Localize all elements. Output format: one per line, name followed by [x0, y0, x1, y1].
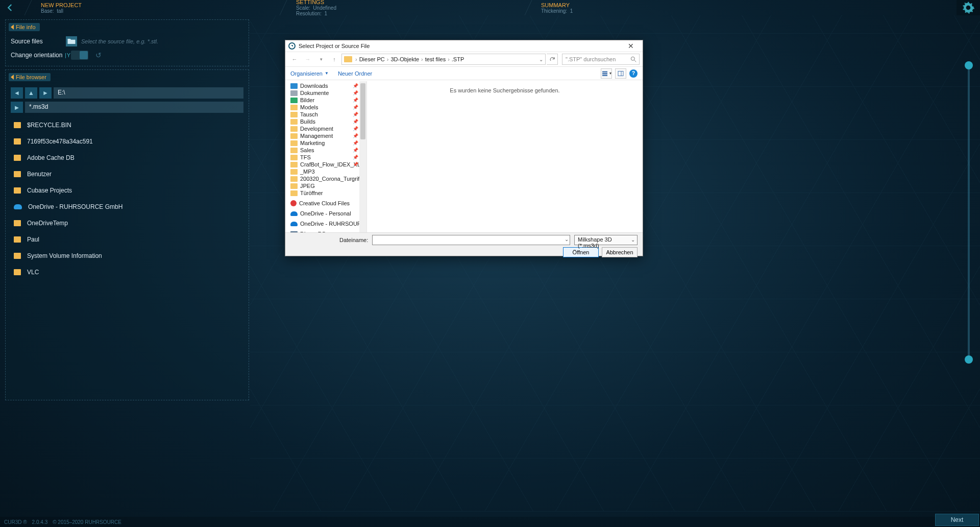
list-item[interactable]: Adobe Cache DB: [11, 150, 243, 166]
dialog-search-input[interactable]: ".STP" durchsuchen: [562, 54, 640, 65]
orientation-toggle[interactable]: [71, 51, 88, 60]
refresh-button[interactable]: [547, 54, 558, 65]
tree-item[interactable]: _MP3: [290, 168, 366, 175]
tree-item[interactable]: Marketing📌: [290, 139, 366, 147]
list-item[interactable]: 7169f53ce478a34ac591: [11, 133, 243, 150]
nav-back-button[interactable]: ◄: [11, 87, 23, 99]
filter-go-button[interactable]: ►: [11, 102, 23, 113]
help-button[interactable]: ?: [629, 69, 638, 78]
tree-item[interactable]: Tausch📌: [290, 111, 366, 118]
nav-up-button[interactable]: ▲: [25, 87, 37, 99]
tree-item[interactable]: Development📌: [290, 125, 366, 132]
new-folder-button[interactable]: Neuer Ordner: [338, 70, 372, 77]
open-button[interactable]: Öffnen: [563, 247, 599, 257]
nav-recent-icon[interactable]: ▾: [315, 54, 327, 65]
filter-input[interactable]: *.ms3d: [25, 102, 243, 113]
file-browser-header[interactable]: File browser: [9, 73, 51, 81]
zoom-handle-bottom[interactable]: [965, 355, 973, 364]
tree-scroll-thumb[interactable]: [360, 83, 365, 139]
tree-item[interactable]: 200320_Corona_Turgriffe: [290, 175, 366, 182]
preview-pane-button[interactable]: [615, 68, 626, 79]
step-bar: NEW PROJECT Base: tall SETTINGS Scale: U…: [0, 0, 980, 15]
tree-item[interactable]: Creative Cloud Files: [290, 200, 366, 207]
tree-item-icon: [290, 211, 298, 216]
view-mode-button[interactable]: ▾: [601, 68, 612, 79]
copyright: © 2015–2020 RUHRSOURCE: [53, 519, 121, 525]
tree-item[interactable]: TFS📌: [290, 154, 366, 161]
tree-item-label: Türöffner: [300, 190, 323, 196]
tree-item[interactable]: Builds📌: [290, 118, 366, 125]
nav-up-icon[interactable]: ↑: [328, 54, 340, 65]
tree-item[interactable]: Dokumente📌: [290, 89, 366, 97]
tree-item-icon: [290, 83, 298, 89]
cancel-button[interactable]: Abbrechen: [602, 247, 638, 257]
crumb[interactable]: .STP: [452, 56, 464, 62]
tree-item[interactable]: OneDrive - Personal: [290, 210, 366, 217]
step-summary[interactable]: SUMMARY Thickening: 1: [521, 0, 745, 15]
list-item[interactable]: Cubase Projects: [11, 182, 243, 199]
orientation-row: Change orientation |Y ↺: [6, 49, 249, 62]
filetype-dropdown-icon[interactable]: ⌄: [631, 237, 635, 243]
tree-item-label: Dokumente: [300, 90, 329, 96]
list-item[interactable]: Benutzer: [11, 166, 243, 182]
step-project-title: NEW PROJECT: [41, 2, 265, 8]
tree-item[interactable]: JPEG: [290, 182, 366, 189]
dialog-close-button[interactable]: ✕: [622, 42, 640, 50]
filename-label: Dateiname:: [339, 237, 368, 243]
tree-item-icon: [290, 98, 298, 103]
nav-path-input[interactable]: E:\: [54, 87, 243, 99]
tree-item[interactable]: Sales📌: [290, 147, 366, 154]
dialog-tree[interactable]: Downloads📌Dokumente📌Bilder📌Models📌Tausch…: [285, 81, 367, 232]
tree-item-icon: [290, 183, 298, 189]
list-item-label: Cubase Projects: [27, 187, 72, 194]
tree-scrollbar[interactable]: [359, 81, 366, 232]
list-item[interactable]: System Volume Information: [11, 248, 243, 264]
next-button[interactable]: Next: [935, 514, 979, 526]
list-item[interactable]: OneDrive - RUHRSOURCE GmbH: [11, 199, 243, 215]
tree-item[interactable]: Management📌: [290, 132, 366, 139]
tree-item[interactable]: Bilder📌: [290, 97, 366, 104]
browse-source-button[interactable]: [66, 36, 77, 46]
tree-item[interactable]: Türöffner: [290, 189, 366, 197]
list-item[interactable]: OneDriveTemp: [11, 215, 243, 231]
tree-item[interactable]: Models📌: [290, 104, 366, 111]
tree-item-label: Tausch: [300, 111, 318, 117]
filename-input[interactable]: ⌄: [372, 235, 570, 245]
filename-dropdown-icon[interactable]: ⌄: [565, 236, 569, 242]
list-item[interactable]: Paul: [11, 231, 243, 248]
nav-back-icon[interactable]: ←: [288, 54, 301, 65]
tree-item[interactable]: Downloads📌: [290, 82, 366, 89]
organize-menu[interactable]: Organisieren ▼: [290, 70, 329, 77]
source-files-row: Source files Select the source file, e.g…: [6, 34, 249, 49]
tree-item-label: Models: [300, 104, 318, 110]
folder-icon: [14, 269, 21, 275]
nav-fwd-button[interactable]: ►: [39, 87, 52, 99]
filetype-select[interactable]: Milkshape 3D (*.ms3d)⌄: [574, 235, 638, 245]
crumb[interactable]: test files: [425, 56, 446, 62]
dialog-body: Downloads📌Dokumente📌Bilder📌Models📌Tausch…: [285, 81, 643, 232]
dialog-titlebar: Select Project or Source File ✕: [285, 40, 643, 52]
back-button[interactable]: [0, 0, 20, 15]
app-logo-icon: [288, 42, 296, 50]
list-item[interactable]: VLC: [11, 264, 243, 280]
step-project[interactable]: NEW PROJECT Base: tall: [20, 0, 276, 15]
nav-forward-icon[interactable]: →: [302, 54, 314, 65]
tree-item[interactable]: CrafBot_Flow_IDEX_XL_AME📌: [290, 161, 366, 168]
list-item-label: 7169f53ce478a34ac591: [27, 138, 93, 145]
zoom-rail[interactable]: [968, 61, 970, 364]
folder-icon: [14, 122, 21, 128]
zoom-handle-top[interactable]: [965, 61, 973, 69]
tree-item[interactable]: OneDrive - RUHRSOURCE GmbH: [290, 220, 366, 227]
crumb[interactable]: Dieser PC: [359, 56, 385, 62]
settings-gear-button[interactable]: [957, 0, 980, 15]
breadcrumb[interactable]: › Dieser PC› 3D-Objekte› test files› .ST…: [341, 54, 546, 65]
step-settings[interactable]: SETTINGS Scale: Undefined Resolution: 1: [276, 0, 521, 15]
pin-icon: 📌: [353, 162, 358, 167]
list-item[interactable]: $RECYCLE.BIN: [11, 117, 243, 133]
file-info-header[interactable]: File info: [9, 23, 40, 31]
crumb[interactable]: 3D-Objekte: [390, 56, 419, 62]
list-item-label: OneDriveTemp: [27, 220, 68, 227]
orientation-reset-icon[interactable]: ↺: [95, 51, 102, 59]
folder-icon: [14, 155, 21, 161]
crumb-dropdown-icon[interactable]: ⌄: [539, 57, 543, 62]
